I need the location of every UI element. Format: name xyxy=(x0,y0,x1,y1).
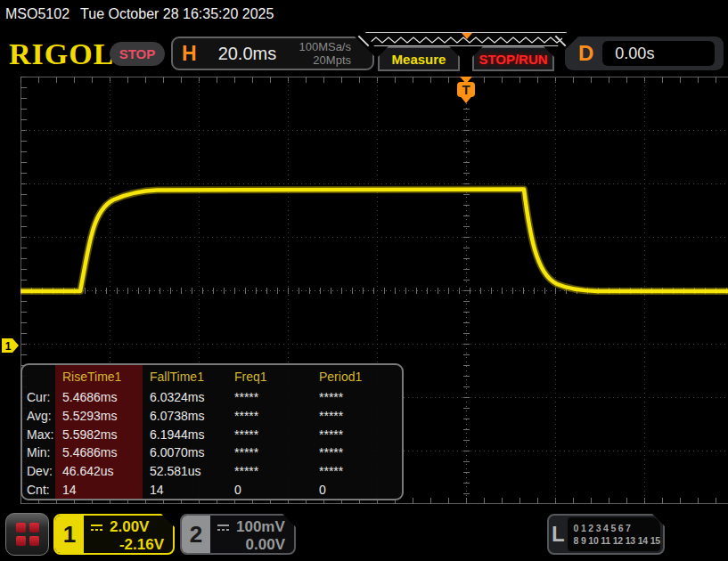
measure-button[interactable]: Measure xyxy=(378,46,460,71)
meas-value: ***** xyxy=(227,425,312,443)
logic-row-0-7: 0 1 2 3 4 5 6 7 xyxy=(574,522,660,534)
trigger-badge-point xyxy=(461,96,472,103)
channel2-badge[interactable]: 2 100mV 0.00V xyxy=(180,514,296,555)
logic-row-8-15: 8 9 10 11 12 13 14 15 xyxy=(574,534,660,547)
channel1-offset: -2.16V xyxy=(90,536,164,554)
meas-value: 5.5293ms xyxy=(55,407,143,426)
meas-value: 14 xyxy=(55,480,143,499)
trigger-marker[interactable]: T xyxy=(457,77,475,103)
channel1-number: 1 xyxy=(55,516,84,553)
horizontal-timebase-panel[interactable]: H 20.0ms 100MSa/s 20Mpts xyxy=(171,37,374,70)
meas-col-freq1[interactable]: Freq1 xyxy=(227,365,312,388)
sample-rate: 100MSa/s xyxy=(299,40,351,53)
overview-zigzag xyxy=(366,33,566,45)
channel2-offset: 0.00V xyxy=(217,536,285,554)
meas-row-label: Max: xyxy=(22,425,55,443)
meas-row-label: Cur: xyxy=(22,388,55,407)
memory-depth: 20Mpts xyxy=(313,53,351,67)
timebase-value: 20.0ms xyxy=(218,44,277,64)
meas-value: ***** xyxy=(312,443,402,462)
channel2-scale: 100mV xyxy=(236,518,285,536)
delay-icon: D xyxy=(578,41,593,66)
meas-value: 5.4686ms xyxy=(55,443,143,462)
dc-coupling-icon xyxy=(90,523,104,533)
meas-value: 6.1944ms xyxy=(143,425,227,443)
logic-label: L xyxy=(549,522,568,547)
trigger-delay-panel[interactable]: D 0.00s xyxy=(565,37,724,70)
menu-button[interactable] xyxy=(5,513,49,556)
meas-value: ***** xyxy=(227,407,312,426)
dc-coupling-icon xyxy=(217,523,231,533)
meas-col-risetime1[interactable]: RiseTime1 xyxy=(55,365,143,388)
meas-col-falltime1[interactable]: FallTime1 xyxy=(143,365,227,388)
channel1-badge[interactable]: 1 2.00V -2.16V xyxy=(53,514,175,555)
ch1-marker-label: 1 xyxy=(5,340,12,353)
meas-col-period1[interactable]: Period1 xyxy=(312,365,402,388)
model-name: MSO5102 xyxy=(5,6,70,21)
meas-value: ***** xyxy=(312,407,402,426)
meas-value: 6.0070ms xyxy=(143,443,227,462)
ch1-trace-glow xyxy=(20,190,728,292)
waveform-overview-bar[interactable] xyxy=(365,32,567,46)
stop-run-button[interactable]: STOP/RUN xyxy=(472,46,554,71)
logic-channel-list: 0 1 2 3 4 5 6 7 8 9 10 11 12 13 14 15 xyxy=(568,517,660,551)
meas-value: 52.581us xyxy=(143,462,227,481)
channel1-scale: 2.00V xyxy=(110,518,149,536)
meas-row-label: Min: xyxy=(22,443,55,462)
channel2-number: 2 xyxy=(182,516,210,553)
ch1-trace xyxy=(20,190,728,292)
meas-value: ***** xyxy=(227,388,312,407)
meas-value: 0 xyxy=(227,480,312,499)
meas-row-label: Dev: xyxy=(22,462,55,481)
meas-row-label: Cnt: xyxy=(22,480,55,499)
meas-value: 5.4686ms xyxy=(55,388,143,407)
meas-value: 0 xyxy=(312,480,402,499)
meas-value: ***** xyxy=(312,388,402,407)
titlebar: MSO5102Tue October 28 16:35:20 2025 xyxy=(5,6,274,22)
meas-value: ***** xyxy=(312,462,402,481)
measurement-panel[interactable]: RiseTime1 FallTime1 Freq1 Period1 Cur: 5… xyxy=(20,363,404,500)
delay-value: 0.00s xyxy=(602,41,715,66)
horizontal-icon: H xyxy=(182,42,197,66)
ch1-ground-marker[interactable]: 1 xyxy=(2,338,19,353)
trigger-label: T xyxy=(462,82,470,97)
datetime: Tue October 28 16:35:20 2025 xyxy=(80,6,274,21)
meas-corner-cell xyxy=(22,365,55,388)
meas-value: ***** xyxy=(227,462,312,481)
meas-value: 14 xyxy=(143,480,227,499)
meas-value: 6.0324ms xyxy=(143,388,227,407)
rigol-logo: RIGOL xyxy=(9,37,114,71)
meas-row-label: Avg: xyxy=(22,407,55,426)
meas-value: 46.642us xyxy=(55,462,143,481)
run-state-badge: STOP xyxy=(110,42,165,66)
menu-grid-icon xyxy=(16,523,39,546)
acquisition-info: 100MSa/s 20Mpts xyxy=(299,40,351,67)
logic-analyzer-badge[interactable]: L 0 1 2 3 4 5 6 7 8 9 10 11 12 13 14 15 xyxy=(547,514,665,555)
oscilloscope-screen: MSO5102Tue October 28 16:35:20 2025 RIGO… xyxy=(0,0,728,561)
meas-value: 5.5982ms xyxy=(55,425,143,443)
meas-value: 6.0738ms xyxy=(143,407,227,426)
meas-value: ***** xyxy=(312,425,402,443)
meas-value: ***** xyxy=(227,443,312,462)
